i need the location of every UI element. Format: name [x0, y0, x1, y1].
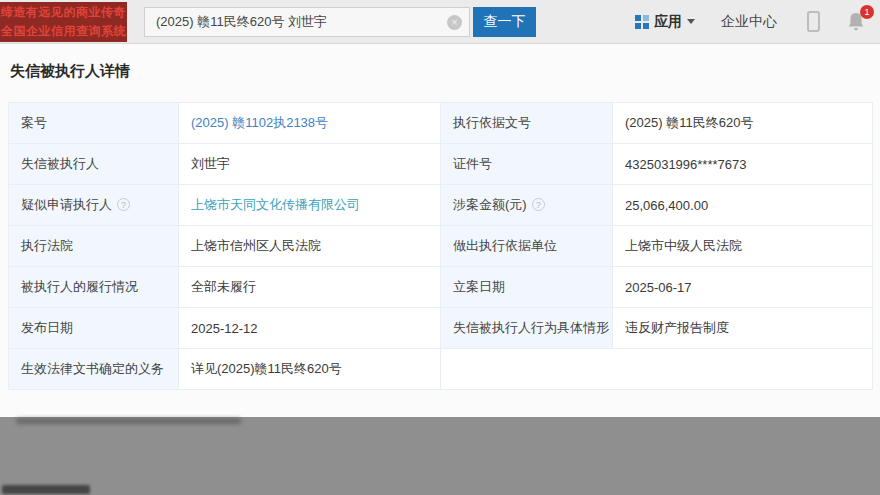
- field-label: 失信被执行人: [9, 144, 179, 185]
- main-content: 失信被执行人详情 案号 (2025) 赣1102执2138号 执行依据文号 (2…: [0, 44, 880, 417]
- table-row: 生效法律文书确定的义务 详见(2025)赣11民终620号: [9, 349, 873, 390]
- top-navigation-bar: 缔造有远见的商业传奇 全国企业信用查询系统 × 查一下 应用 企业中心 1: [0, 0, 880, 44]
- apps-grid-icon: [635, 15, 649, 29]
- info-icon[interactable]: ?: [117, 198, 130, 211]
- search-button[interactable]: 查一下: [473, 7, 536, 37]
- field-value: 详见(2025)赣11民终620号: [179, 349, 441, 390]
- table-row: 发布日期 2025-12-12 失信被执行人行为具体情形 违反财产报告制度: [9, 308, 873, 349]
- field-label: 失信被执行人行为具体情形: [441, 308, 613, 349]
- page-footer: [0, 417, 880, 495]
- field-label: 涉案金额(元)?: [441, 185, 613, 226]
- field-value: 违反财产报告制度: [613, 308, 873, 349]
- table-row: 执行法院 上饶市信州区人民法院 做出执行依据单位 上饶市中级人民法院: [9, 226, 873, 267]
- empty-cell: [441, 349, 873, 390]
- field-value: 25,066,400.00: [613, 185, 873, 226]
- chevron-down-icon: [687, 19, 695, 24]
- mobile-app-icon[interactable]: [807, 11, 820, 32]
- field-label: 执行法院: [9, 226, 179, 267]
- table-row: 案号 (2025) 赣1102执2138号 执行依据文号 (2025) 赣11民…: [9, 103, 873, 144]
- logo-title: 全国企业信用查询系统: [0, 22, 127, 41]
- search-input[interactable]: [144, 7, 470, 37]
- page-root: 缔造有远见的商业传奇 全国企业信用查询系统 × 查一下 应用 企业中心 1: [0, 0, 880, 495]
- field-value: 2025-06-17: [613, 267, 873, 308]
- detail-table: 案号 (2025) 赣1102执2138号 执行依据文号 (2025) 赣11民…: [8, 102, 873, 390]
- field-label-text: 涉案金额(元): [453, 197, 527, 212]
- enterprise-center-link[interactable]: 企业中心: [721, 13, 777, 31]
- notification-badge: 1: [860, 5, 874, 19]
- field-label: 执行依据文号: [441, 103, 613, 144]
- apps-menu[interactable]: 应用: [635, 13, 695, 31]
- field-label: 发布日期: [9, 308, 179, 349]
- field-value: 2025-12-12: [179, 308, 441, 349]
- case-number-link[interactable]: (2025) 赣1102执2138号: [191, 115, 328, 130]
- field-value: 上饶市信州区人民法院: [179, 226, 441, 267]
- clear-search-icon[interactable]: ×: [447, 15, 462, 30]
- field-label: 案号: [9, 103, 179, 144]
- notifications-button[interactable]: 1: [846, 11, 866, 33]
- page-title: 失信被执行人详情: [0, 44, 880, 81]
- site-logo[interactable]: 缔造有远见的商业传奇 全国企业信用查询系统: [0, 2, 127, 42]
- field-value: 上饶市天同文化传播有限公司: [179, 185, 441, 226]
- field-label-text: 疑似申请执行人: [21, 197, 112, 212]
- field-value: 全部未履行: [179, 267, 441, 308]
- field-value: (2025) 赣11民终620号: [613, 103, 873, 144]
- field-value: 4325031996****7673: [613, 144, 873, 185]
- table-row: 被执行人的履行情况 全部未履行 立案日期 2025-06-17: [9, 267, 873, 308]
- table-row: 疑似申请执行人? 上饶市天同文化传播有限公司 涉案金额(元)? 25,066,4…: [9, 185, 873, 226]
- blurred-footer-text: [2, 485, 90, 494]
- field-label: 立案日期: [441, 267, 613, 308]
- field-label: 证件号: [441, 144, 613, 185]
- field-label: 做出执行依据单位: [441, 226, 613, 267]
- topbar-right-group: 应用 企业中心 1: [635, 11, 866, 33]
- field-value: 刘世宇: [179, 144, 441, 185]
- field-label: 被执行人的履行情况: [9, 267, 179, 308]
- apps-menu-label: 应用: [654, 13, 682, 31]
- info-icon[interactable]: ?: [532, 198, 545, 211]
- table-row: 失信被执行人 刘世宇 证件号 4325031996****7673: [9, 144, 873, 185]
- blurred-footer-text: [16, 418, 241, 424]
- field-label: 疑似申请执行人?: [9, 185, 179, 226]
- logo-slogan: 缔造有远见的商业传奇: [0, 3, 127, 22]
- field-value: 上饶市中级人民法院: [613, 226, 873, 267]
- field-value: (2025) 赣1102执2138号: [179, 103, 441, 144]
- company-link[interactable]: 上饶市天同文化传播有限公司: [191, 197, 360, 212]
- field-label: 生效法律文书确定的义务: [9, 349, 179, 390]
- search-box: ×: [144, 7, 470, 37]
